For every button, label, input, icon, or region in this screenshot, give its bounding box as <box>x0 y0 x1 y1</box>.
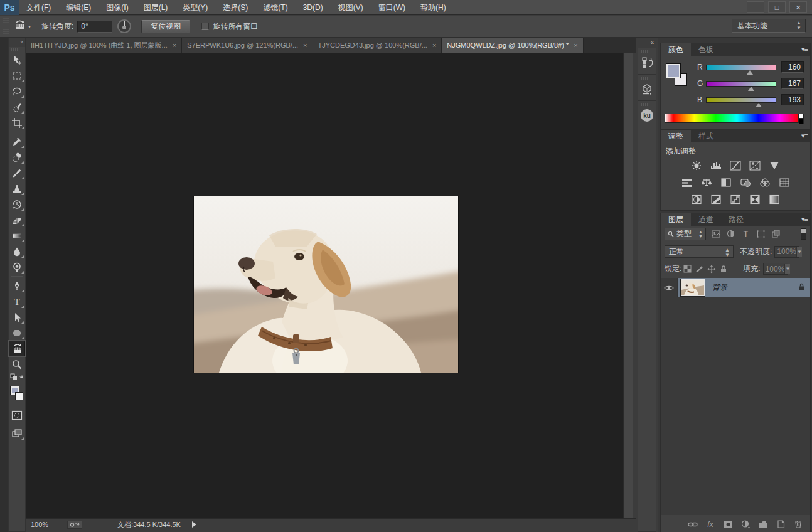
crop-tool[interactable] <box>9 115 25 130</box>
tab-paths[interactable]: 路径 <box>721 213 751 226</box>
layer-thumbnail[interactable] <box>681 279 705 296</box>
status-options-button[interactable] <box>67 521 82 529</box>
tab-adjustments[interactable]: 调整 <box>661 130 691 142</box>
blend-mode-dropdown[interactable]: 正常 ▲▼ <box>665 245 734 258</box>
chevron-down-icon[interactable]: ▼ <box>796 247 802 257</box>
layer-filter-toggle[interactable] <box>801 228 806 240</box>
filter-pixel-layers-icon[interactable] <box>710 229 721 239</box>
options-bar-gripper[interactable] <box>3 18 9 35</box>
green-slider[interactable] <box>706 81 776 87</box>
hue-saturation-icon[interactable] <box>680 177 695 188</box>
threshold-icon[interactable] <box>728 194 743 205</box>
tab-layers[interactable]: 图层 <box>661 213 691 226</box>
shape-tool[interactable] <box>9 325 25 341</box>
new-layer-icon[interactable] <box>775 519 786 529</box>
filter-type-layers-icon[interactable]: T <box>740 229 751 239</box>
color-panel-swatches[interactable] <box>666 63 693 91</box>
posterize-icon[interactable] <box>708 194 724 205</box>
zoom-level-field[interactable]: 100% <box>26 521 58 528</box>
type-tool[interactable]: T <box>9 294 25 309</box>
invert-icon[interactable] <box>689 194 704 205</box>
zoom-tool[interactable] <box>9 356 25 372</box>
menu-image[interactable]: 图像(I) <box>99 0 136 15</box>
gradient-map-icon[interactable] <box>747 194 762 205</box>
tab-close-icon[interactable]: × <box>173 41 176 49</box>
history-panel-icon[interactable] <box>639 55 654 70</box>
status-arrow-icon[interactable] <box>192 521 196 528</box>
foreground-background-swatches[interactable] <box>9 385 25 403</box>
panel-menu-icon[interactable]: ▾≡ <box>801 45 808 53</box>
clone-stamp-tool[interactable] <box>9 181 25 196</box>
lock-position-icon[interactable] <box>705 263 717 274</box>
lock-image-pixels-icon[interactable] <box>693 263 705 274</box>
red-slider[interactable] <box>706 65 776 70</box>
link-layers-icon[interactable] <box>687 519 698 529</box>
color-spectrum-ramp[interactable] <box>665 114 799 123</box>
tools-panel-gripper[interactable] <box>11 48 23 51</box>
background-color-swatch[interactable] <box>15 392 23 400</box>
document-tab-3[interactable]: TJYCDEGD43.jpg @ 100%(RGB/... × <box>313 38 442 53</box>
tab-color[interactable]: 颜色 <box>661 43 691 56</box>
chevron-down-icon[interactable]: ▼ <box>784 264 790 274</box>
quick-mask-mode[interactable] <box>9 407 25 423</box>
filter-smart-objects-icon[interactable] <box>771 229 781 239</box>
kuler-panel-icon[interactable]: ku <box>639 108 654 123</box>
menu-view[interactable]: 视图(V) <box>331 0 371 15</box>
layer-visibility-toggle[interactable] <box>661 278 678 297</box>
brush-tool[interactable] <box>9 165 25 181</box>
channel-mixer-icon[interactable] <box>757 177 772 188</box>
curves-icon[interactable] <box>728 160 743 171</box>
blue-value-field[interactable]: 193 <box>781 94 804 105</box>
color-balance-icon[interactable] <box>699 177 714 188</box>
eraser-tool[interactable] <box>9 212 25 228</box>
menu-3d[interactable]: 3D(D) <box>296 0 331 15</box>
blur-tool[interactable] <box>9 243 25 259</box>
green-value-field[interactable]: 167 <box>781 78 804 89</box>
tools-panel-collapse[interactable]: » <box>9 38 25 47</box>
dock-expand-button[interactable]: « <box>638 38 656 48</box>
close-button[interactable]: ✕ <box>789 1 807 13</box>
reset-view-button[interactable]: 复位视图 <box>141 20 190 33</box>
eyedropper-tool[interactable] <box>9 134 25 149</box>
menu-layer[interactable]: 图层(L) <box>136 0 176 15</box>
blue-slider[interactable] <box>706 97 776 103</box>
tab-close-icon[interactable]: × <box>303 41 307 49</box>
panel-menu-icon[interactable]: ▾≡ <box>801 215 808 223</box>
gradient-tool[interactable] <box>9 228 25 243</box>
properties-panel-icon[interactable] <box>639 82 654 97</box>
menu-file[interactable]: 文件(F) <box>19 0 58 15</box>
screen-mode[interactable] <box>9 425 25 441</box>
maximize-button[interactable]: □ <box>768 1 786 13</box>
black-swatch[interactable] <box>799 119 804 124</box>
document-image[interactable] <box>194 196 458 373</box>
lock-transparent-pixels-icon[interactable] <box>681 263 693 274</box>
rotate-all-windows-checkbox[interactable] <box>201 23 209 30</box>
menu-select[interactable]: 选择(S) <box>215 0 255 15</box>
add-layer-mask-icon[interactable] <box>722 519 734 529</box>
lasso-tool[interactable] <box>9 83 25 99</box>
path-selection-tool[interactable] <box>9 309 25 325</box>
spot-healing-brush-tool[interactable] <box>9 149 25 165</box>
tab-swatches[interactable]: 色板 <box>691 43 721 56</box>
menu-filter[interactable]: 滤镜(T) <box>255 0 295 15</box>
layer-name[interactable]: 背景 <box>712 282 727 293</box>
layer-filter-type-dropdown[interactable]: 类型 ▲▼ <box>665 228 706 240</box>
history-brush-tool[interactable] <box>9 196 25 212</box>
photo-filter-icon[interactable] <box>738 177 753 188</box>
new-adjustment-layer-icon[interactable] <box>740 519 751 529</box>
menu-help[interactable]: 帮助(H) <box>413 0 454 15</box>
menu-window[interactable]: 窗口(W) <box>371 0 413 15</box>
tab-channels[interactable]: 通道 <box>691 213 721 226</box>
document-tab-1[interactable]: IIH1TITYJD.jpg @ 100% (曲线 1, 图层蒙版... × <box>26 38 182 53</box>
document-tab-4-active[interactable]: NJGM0QWLDZ.jpg @ 100%(RGB/8#) * × <box>442 38 583 53</box>
rotate-dial[interactable] <box>117 19 131 33</box>
canvas-vertical-scrollbar[interactable] <box>623 53 633 518</box>
panel-menu-icon[interactable]: ▾≡ <box>801 132 808 140</box>
layer-style-icon[interactable]: fx <box>705 519 716 529</box>
rectangular-marquee-tool[interactable] <box>9 68 25 83</box>
foreground-color-swatch[interactable] <box>666 63 681 78</box>
menu-edit[interactable]: 编辑(E) <box>58 0 99 15</box>
layer-row-background[interactable]: 背景 <box>661 278 810 297</box>
tab-close-icon[interactable]: × <box>574 41 577 49</box>
menu-type[interactable]: 类型(Y) <box>175 0 215 15</box>
